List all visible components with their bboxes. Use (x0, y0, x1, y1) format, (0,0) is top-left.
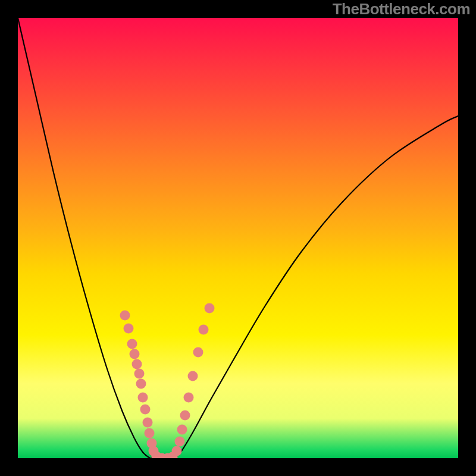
data-markers (120, 303, 215, 459)
data-marker (145, 428, 155, 439)
data-marker (184, 393, 194, 403)
data-marker (124, 324, 134, 334)
data-marker (143, 418, 153, 428)
data-marker (130, 349, 140, 359)
chart-svg (18, 18, 458, 458)
data-marker (138, 393, 148, 403)
data-marker (134, 369, 145, 379)
data-marker (132, 359, 142, 369)
data-marker (180, 411, 190, 421)
watermark-text: TheBottleneck.com (333, 0, 470, 18)
data-marker (140, 405, 151, 415)
data-marker (172, 446, 182, 456)
bottleneck-curve (18, 18, 458, 458)
data-marker (120, 311, 130, 321)
data-marker (127, 339, 137, 349)
data-marker (199, 325, 209, 335)
data-marker (175, 437, 185, 447)
data-marker (177, 425, 187, 435)
chart-container: TheBottleneck.com (0, 0, 476, 476)
data-marker (193, 347, 203, 358)
data-marker (188, 371, 198, 381)
data-marker (136, 379, 146, 389)
data-marker (205, 303, 215, 314)
